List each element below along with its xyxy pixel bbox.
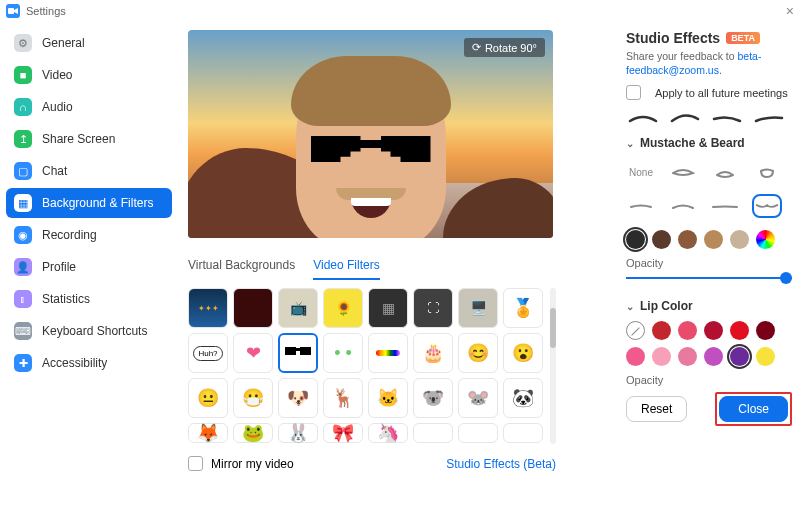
mustache-option[interactable] [668, 194, 698, 218]
lip-color-swatch[interactable] [678, 347, 697, 366]
mustache-option[interactable] [710, 194, 740, 218]
sidebar-item-background-filters[interactable]: ▦Background & Filters [6, 188, 172, 218]
feedback-text: Share your feedback to beta-feedback@zoo… [626, 50, 792, 77]
filters-grid: ✦✦✦📺🌻▦⛶🖥️🏅Huh?❤• •🎂😊😮😐😷🐶🦌🐱🐨🐭🐼🦊🐸🐰🎀🦄 [188, 288, 556, 444]
filter-item[interactable]: 🐰 [278, 423, 318, 443]
eyebrow-option[interactable] [754, 112, 784, 122]
sidebar-item-audio[interactable]: ∩Audio [6, 92, 172, 122]
filter-item[interactable]: 😷 [233, 378, 273, 418]
chevron-down-icon[interactable]: ⌄ [626, 138, 634, 149]
lip-color-swatch[interactable] [730, 347, 749, 366]
sidebar-item-accessibility[interactable]: ✚Accessibility [6, 348, 172, 378]
color-swatch[interactable] [678, 230, 697, 249]
filter-item[interactable]: 📺 [278, 288, 318, 328]
filter-item[interactable]: 🦊 [188, 423, 228, 443]
lip-color-swatch[interactable] [756, 347, 775, 366]
eyebrow-options [626, 112, 792, 122]
sidebar-item-keyboard-shortcuts[interactable]: ⌨Keyboard Shortcuts [6, 316, 172, 346]
rotate-button[interactable]: ⟳ Rotate 90° [464, 38, 545, 57]
sidebar-item-share-screen[interactable]: ↥Share Screen [6, 124, 172, 154]
filter-item[interactable]: 🎂 [413, 333, 453, 373]
lip-color-swatch[interactable] [626, 347, 645, 366]
lip-color-swatch[interactable] [730, 321, 749, 340]
filter-item[interactable]: 🦄 [368, 423, 408, 443]
nav-icon: ■ [14, 66, 32, 84]
filter-item[interactable]: ✦✦✦ [188, 288, 228, 328]
nav-icon: ✚ [14, 354, 32, 372]
eyebrow-option[interactable] [712, 112, 742, 122]
mustache-option[interactable] [752, 194, 782, 218]
mirror-video-checkbox[interactable] [188, 456, 203, 471]
filter-item[interactable]: Huh? [188, 333, 228, 373]
filter-item[interactable]: 🌻 [323, 288, 363, 328]
tab-video-filters[interactable]: Video Filters [313, 258, 379, 280]
nav-label: Background & Filters [42, 196, 153, 210]
filter-tabs: Virtual Backgrounds Video Filters [188, 258, 610, 280]
sidebar-item-general[interactable]: ⚙General [6, 28, 172, 58]
filter-item[interactable] [233, 288, 273, 328]
lip-color-none[interactable] [626, 321, 645, 340]
filter-item[interactable]: 🏅 [503, 288, 543, 328]
mustache-none[interactable]: None [626, 160, 656, 184]
window-close-icon[interactable]: × [786, 3, 794, 19]
filter-item[interactable]: 🐨 [413, 378, 453, 418]
svg-rect-0 [8, 8, 14, 14]
filters-scrollbar[interactable] [550, 288, 556, 444]
filter-item[interactable]: 🦌 [323, 378, 363, 418]
mustache-option[interactable] [710, 160, 740, 184]
lip-color-swatch[interactable] [756, 321, 775, 340]
filter-item[interactable]: 🐼 [503, 378, 543, 418]
mustache-option[interactable] [668, 160, 698, 184]
lip-color-swatch[interactable] [678, 321, 697, 340]
filter-item[interactable]: 😊 [458, 333, 498, 373]
sidebar-item-chat[interactable]: ▢Chat [6, 156, 172, 186]
sidebar-item-profile[interactable]: 👤Profile [6, 252, 172, 282]
color-swatch[interactable] [704, 230, 723, 249]
filter-item[interactable] [503, 423, 543, 443]
filter-item[interactable]: 🐭 [458, 378, 498, 418]
reset-button[interactable]: Reset [626, 396, 687, 422]
filter-item-sunglasses[interactable] [278, 333, 318, 373]
nav-label: General [42, 36, 85, 50]
filter-item[interactable]: 😮 [503, 333, 543, 373]
sidebar-item-recording[interactable]: ◉Recording [6, 220, 172, 250]
apply-all-checkbox[interactable] [626, 85, 641, 100]
eyebrow-option[interactable] [628, 112, 658, 122]
nav-label: Share Screen [42, 132, 115, 146]
color-picker-icon[interactable] [756, 230, 775, 249]
filter-item[interactable]: 🎀 [323, 423, 363, 443]
filter-item[interactable]: 🐱 [368, 378, 408, 418]
filter-item[interactable] [368, 333, 408, 373]
sidebar-item-video[interactable]: ■Video [6, 60, 172, 90]
filter-item[interactable]: ▦ [368, 288, 408, 328]
color-swatch[interactable] [652, 230, 671, 249]
lip-color-swatch[interactable] [652, 347, 671, 366]
sidebar-item-statistics[interactable]: ⫾Statistics [6, 284, 172, 314]
color-swatch[interactable] [730, 230, 749, 249]
filter-item[interactable]: ❤ [233, 333, 273, 373]
lip-color-swatch[interactable] [704, 321, 723, 340]
eyebrow-option[interactable] [670, 112, 700, 122]
close-button[interactable]: Close [719, 396, 788, 422]
video-preview: ⟳ Rotate 90° [188, 30, 553, 238]
filter-item[interactable]: • • [323, 333, 363, 373]
nav-label: Profile [42, 260, 76, 274]
filter-item[interactable] [458, 423, 498, 443]
mustache-option[interactable] [626, 194, 656, 218]
mustache-option[interactable] [752, 160, 782, 184]
filter-item[interactable]: 😐 [188, 378, 228, 418]
lip-color-swatch[interactable] [652, 321, 671, 340]
filter-item[interactable]: ⛶ [413, 288, 453, 328]
chevron-down-icon[interactable]: ⌄ [626, 301, 634, 312]
filter-item[interactable]: 🐸 [233, 423, 273, 443]
panel-title: Studio Effects [626, 30, 720, 46]
mustache-opacity-slider[interactable] [626, 271, 792, 285]
lip-color-swatch[interactable] [704, 347, 723, 366]
filter-item[interactable]: 🐶 [278, 378, 318, 418]
filter-item[interactable] [413, 423, 453, 443]
studio-effects-link[interactable]: Studio Effects (Beta) [446, 457, 556, 471]
color-swatch[interactable] [626, 230, 645, 249]
filter-item[interactable]: 🖥️ [458, 288, 498, 328]
nav-icon: ▢ [14, 162, 32, 180]
tab-virtual-backgrounds[interactable]: Virtual Backgrounds [188, 258, 295, 280]
